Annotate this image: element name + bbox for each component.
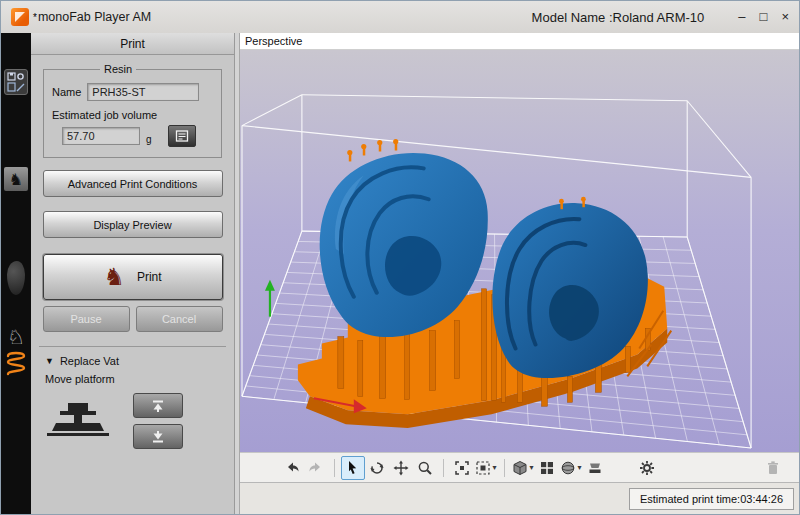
sidebar-item-file-tools[interactable] — [4, 69, 28, 95]
dropdown-arrow-icon: ▾ — [577, 463, 581, 472]
redo-icon — [308, 460, 324, 476]
zoom-fit-button[interactable] — [450, 456, 474, 480]
print-panel-title: Print — [31, 33, 234, 55]
vat-icon — [587, 460, 603, 476]
calculator-icon — [175, 130, 189, 142]
sidebar-item-support[interactable] — [4, 349, 28, 381]
display-preview-button[interactable]: Display Preview — [43, 211, 223, 238]
region-select-icon — [475, 460, 491, 476]
viewport-column: Perspective — [240, 33, 799, 514]
unsaved-indicator: * — [33, 12, 37, 23]
zoom-region-button[interactable]: ▾ — [474, 456, 498, 480]
sidebar-item-print-job[interactable]: ♘ — [7, 327, 25, 347]
view-cube-button[interactable]: ▾ — [511, 456, 535, 480]
replace-vat-label: Replace Vat — [60, 355, 119, 367]
platform-down-icon — [150, 430, 166, 444]
app-logo-icon — [11, 8, 29, 26]
platform-down-button[interactable] — [133, 424, 183, 449]
redo-button[interactable] — [304, 456, 328, 480]
placement-knight-icon: ♞ — [9, 170, 23, 189]
pan-icon — [393, 460, 409, 476]
3d-viewport[interactable] — [240, 50, 799, 452]
sidebar-item-model[interactable] — [7, 261, 25, 295]
undo-icon — [284, 460, 300, 476]
toolbar-separator — [334, 459, 335, 477]
recalculate-volume-button[interactable] — [168, 125, 196, 147]
resin-name-field[interactable] — [87, 83, 199, 101]
panel-divider — [39, 346, 226, 347]
toolbar-separator — [443, 459, 444, 477]
mode-sidebar: ♞ ♘ — [1, 33, 31, 514]
viewport-toolbar: ▾ ▾ — [240, 452, 799, 482]
gear-icon — [639, 460, 655, 476]
cancel-button[interactable]: Cancel — [136, 306, 223, 332]
cube-icon — [512, 460, 528, 476]
white-knight-icon: ♘ — [7, 326, 25, 348]
resin-group-legend: Resin — [100, 63, 136, 75]
app-title: monoFab Player AM — [38, 10, 151, 24]
advanced-print-conditions-button[interactable]: Advanced Print Conditions — [43, 170, 223, 197]
titlebar: * monoFab Player AM Model Name :Roland A… — [1, 1, 799, 33]
zoom-tool-button[interactable] — [413, 456, 437, 480]
replace-vat-toggle[interactable]: ▼ Replace Vat — [45, 355, 234, 367]
magnifier-icon — [417, 460, 433, 476]
collapse-arrow-icon: ▼ — [45, 356, 54, 366]
app-window: * monoFab Player AM Model Name :Roland A… — [0, 0, 800, 515]
quad-grid-icon — [539, 460, 555, 476]
file-tools-icon — [6, 71, 26, 93]
print-knight-icon: ♞ — [103, 265, 125, 289]
model-name-label: Model Name :Roland ARM-10 — [532, 10, 705, 25]
job-volume-unit: g — [146, 134, 152, 145]
resin-name-label: Name — [52, 86, 81, 98]
pan-tool-button[interactable] — [389, 456, 413, 480]
status-bar: Estimated print time:03:44:26 — [240, 482, 799, 514]
pause-button[interactable]: Pause — [43, 306, 130, 332]
platform-up-icon — [150, 399, 166, 413]
estimated-print-time: Estimated print time:03:44:26 — [629, 488, 794, 510]
support-coil-icon — [4, 349, 28, 377]
orbit-tool-button[interactable] — [365, 456, 389, 480]
orbit-icon — [369, 460, 385, 476]
close-button[interactable]: × — [781, 10, 789, 24]
print-button[interactable]: ♞ Print — [43, 254, 223, 300]
maximize-button[interactable]: □ — [760, 10, 768, 24]
undo-button[interactable] — [280, 456, 304, 480]
dropdown-arrow-icon: ▾ — [492, 463, 496, 472]
move-platform-label: Move platform — [45, 373, 234, 385]
select-tool-button[interactable] — [341, 456, 365, 480]
fit-frame-icon — [454, 460, 470, 476]
cursor-icon — [345, 460, 361, 476]
toolbar-separator — [504, 459, 505, 477]
sphere-icon — [560, 460, 576, 476]
quad-view-button[interactable] — [535, 456, 559, 480]
display-mode-button[interactable]: ▾ — [559, 456, 583, 480]
dropdown-arrow-icon: ▾ — [529, 463, 533, 472]
3d-scene — [240, 50, 799, 452]
delete-button[interactable] — [761, 456, 785, 480]
platform-up-button[interactable] — [133, 393, 183, 418]
platform-icon — [45, 401, 111, 441]
minimize-button[interactable]: – — [738, 10, 745, 24]
resin-group: Resin Name Estimated job volume g — [43, 63, 222, 158]
job-volume-label: Estimated job volume — [52, 109, 213, 121]
trash-icon — [765, 460, 781, 476]
sidebar-item-placement[interactable]: ♞ — [4, 167, 28, 191]
job-volume-field[interactable] — [62, 127, 140, 145]
settings-button[interactable] — [635, 456, 659, 480]
print-panel: Print Resin Name Estimated job volume g — [31, 33, 235, 514]
view-mode-label: Perspective — [240, 33, 799, 50]
print-button-label: Print — [137, 270, 162, 284]
vat-view-button[interactable] — [583, 456, 607, 480]
